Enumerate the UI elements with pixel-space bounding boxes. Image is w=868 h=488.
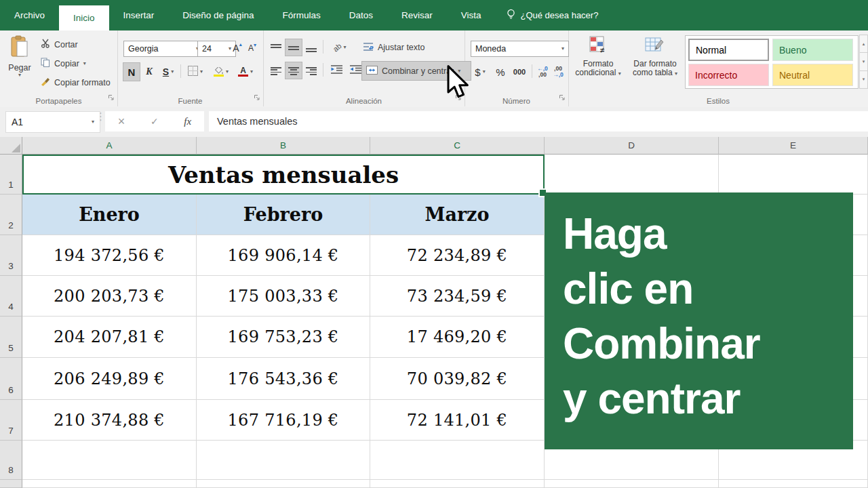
copy-dropdown-icon[interactable]: ▾	[83, 61, 86, 66]
align-bottom-button[interactable]	[302, 39, 320, 56]
cell-a8[interactable]	[22, 441, 197, 480]
row-header-4[interactable]: 4	[0, 276, 22, 317]
row-header-2[interactable]: 2	[0, 195, 22, 235]
cell-a4[interactable]: 200 203,73 €	[22, 276, 197, 317]
comma-style-button[interactable]: 000	[509, 62, 530, 81]
cell-b3[interactable]: 169 906,14 €	[197, 235, 370, 276]
paste-dropdown-icon[interactable]: ▾	[18, 73, 21, 78]
cancel-icon[interactable]: ×	[118, 115, 125, 129]
cell-c7[interactable]: 72 141,01 €	[370, 400, 545, 441]
cell-b4[interactable]: 175 003,33 €	[197, 276, 370, 317]
cell-b9[interactable]	[197, 480, 370, 488]
cell-c5[interactable]: 17 469,20 €	[370, 317, 545, 358]
row-header-5[interactable]: 5	[0, 317, 22, 358]
font-dialog-launcher-icon[interactable]	[254, 94, 260, 103]
cell-a1-merged-title[interactable]: Ventas mensuales	[22, 155, 545, 195]
number-format-combo[interactable]: Moneda ▾	[471, 41, 569, 57]
increase-decimal-button[interactable]: ←,0,00	[534, 62, 551, 81]
row-header-3[interactable]: 3	[0, 235, 22, 276]
decrease-indent-button[interactable]	[327, 62, 346, 79]
cell-c8[interactable]	[370, 441, 545, 480]
row-header-1[interactable]: 1	[0, 155, 22, 195]
align-right-button[interactable]	[302, 62, 320, 79]
style-neutral[interactable]: Neutral	[772, 64, 853, 86]
grow-font-button[interactable]: A▴	[230, 39, 245, 57]
gallery-scroll-down-icon[interactable]: ▾	[859, 52, 868, 70]
select-all-corner[interactable]	[0, 137, 22, 155]
tab-revisar[interactable]: Revisar	[387, 0, 447, 30]
paste-button[interactable]: Pegar ▾	[4, 35, 35, 100]
cut-button[interactable]: Cortar	[41, 39, 78, 50]
gallery-more-icon[interactable]: ▾	[859, 70, 868, 89]
underline-button[interactable]: S ▾	[157, 62, 179, 81]
tab-vista[interactable]: Vista	[447, 0, 496, 30]
cell-c3[interactable]: 72 234,89 €	[370, 235, 545, 276]
row-header-6[interactable]: 6	[0, 358, 22, 400]
style-normal[interactable]: Normal	[688, 39, 769, 61]
gallery-scroll-up-icon[interactable]: ▴	[859, 35, 868, 53]
col-header-b[interactable]: B	[197, 137, 370, 155]
copy-button[interactable]: Copiar ▾	[41, 58, 86, 69]
cell-e9[interactable]	[719, 480, 868, 488]
conditional-formatting-button[interactable]: ≠ Formato condicional ▾	[574, 36, 623, 77]
bold-button[interactable]: N	[123, 62, 140, 81]
fill-color-button[interactable]: ▾	[210, 62, 233, 81]
orientation-button[interactable]: ab ▾	[327, 39, 353, 56]
cell-b2[interactable]: Febrero	[197, 195, 370, 235]
cell-c6[interactable]: 70 039,82 €	[370, 358, 545, 400]
col-header-c[interactable]: C	[370, 137, 545, 155]
decrease-decimal-button[interactable]: ,00→,0	[550, 62, 566, 81]
italic-button[interactable]: K	[141, 62, 157, 81]
cell-a2[interactable]: Enero	[22, 195, 197, 235]
percent-button[interactable]: %	[492, 62, 509, 81]
cell-c4[interactable]: 73 234,59 €	[370, 276, 545, 317]
cell-a5[interactable]: 204 207,81 €	[22, 317, 197, 358]
cell-b7[interactable]: 167 716,19 €	[197, 400, 370, 441]
cell-a7[interactable]: 210 374,88 €	[22, 400, 197, 441]
tab-insertar[interactable]: Insertar	[109, 0, 169, 30]
cell-e1[interactable]	[719, 155, 868, 195]
row-header-8[interactable]: 8	[0, 441, 22, 480]
shrink-font-button[interactable]: A▾	[245, 39, 260, 57]
cell-a9[interactable]	[22, 480, 197, 488]
font-family-combo[interactable]: Georgia ▾	[123, 41, 203, 57]
cell-c2[interactable]: Marzo	[370, 195, 545, 235]
cell-b6[interactable]: 176 543,36 €	[197, 358, 370, 400]
col-header-d[interactable]: D	[545, 137, 719, 155]
col-header-a[interactable]: A	[22, 137, 197, 155]
name-box[interactable]: A1 ▾	[5, 111, 100, 133]
cell-b5[interactable]: 169 753,23 €	[197, 317, 370, 358]
tab-inicio[interactable]: Inicio	[59, 5, 109, 30]
style-incorrecto[interactable]: Incorrecto	[688, 64, 769, 86]
align-center-button[interactable]	[285, 62, 302, 79]
fx-icon[interactable]: fx	[184, 116, 191, 127]
clipboard-dialog-launcher-icon[interactable]	[108, 94, 115, 103]
tab-datos[interactable]: Datos	[335, 0, 387, 30]
format-as-table-button[interactable]: Dar formato como tabla ▾	[628, 36, 682, 77]
style-bueno[interactable]: Bueno	[772, 39, 853, 61]
cell-a6[interactable]: 206 249,89 €	[22, 358, 197, 400]
wrap-text-button[interactable]: Ajustar texto	[358, 38, 429, 57]
formula-input[interactable]: Ventas mensuales	[209, 111, 868, 131]
tab-diseno-de-pagina[interactable]: Diseño de página	[168, 0, 268, 30]
cell-d9[interactable]	[545, 480, 719, 488]
cell-a3[interactable]: 194 372,56 €	[22, 235, 197, 276]
align-left-button[interactable]	[267, 62, 285, 79]
cell-c9[interactable]	[370, 480, 545, 488]
font-color-button[interactable]: A ▾	[234, 62, 257, 81]
cell-d1[interactable]	[545, 155, 719, 195]
row-header-7[interactable]: 7	[0, 400, 22, 441]
align-middle-button[interactable]	[285, 39, 302, 56]
tab-archivo[interactable]: Archivo	[0, 0, 59, 30]
row-header-9[interactable]	[0, 480, 22, 488]
align-top-button[interactable]	[267, 39, 285, 56]
number-dialog-launcher-icon[interactable]	[559, 94, 566, 103]
currency-button[interactable]: $ ▾	[470, 62, 490, 81]
col-header-e[interactable]: E	[719, 137, 868, 155]
tell-me-box[interactable]: ¿Qué desea hacer?	[507, 0, 599, 30]
cell-b8[interactable]	[197, 441, 370, 480]
enter-icon[interactable]: ✓	[151, 116, 159, 127]
tab-formulas[interactable]: Fórmulas	[268, 0, 334, 30]
format-painter-button[interactable]: Copiar formato	[41, 77, 111, 88]
borders-button[interactable]: ▾	[184, 62, 207, 81]
